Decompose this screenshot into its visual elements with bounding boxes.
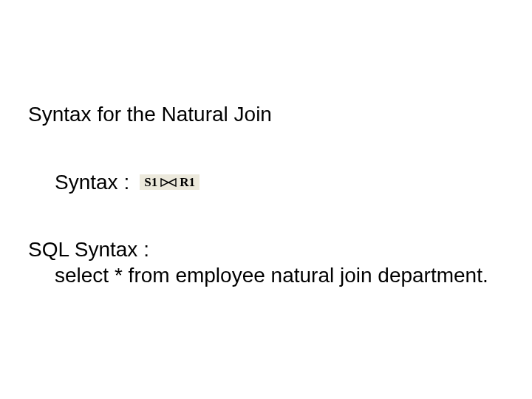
relation-left: S1 (144, 176, 157, 188)
relational-expression: S1 R1 (140, 174, 200, 190)
syntax-label: Syntax : (55, 170, 129, 195)
page-title: Syntax for the Natural Join (28, 102, 272, 127)
sql-syntax-block: SQL Syntax : select * from employee natu… (28, 236, 494, 288)
natural-join-icon (160, 178, 177, 187)
svg-marker-1 (168, 179, 176, 186)
slide: Syntax for the Natural Join Syntax : S1 … (0, 0, 532, 399)
syntax-line: Syntax : S1 R1 (55, 170, 200, 195)
sql-label: SQL Syntax : (28, 236, 494, 262)
sql-code: select * from employee natural join depa… (55, 262, 494, 288)
relation-right: R1 (180, 176, 195, 188)
